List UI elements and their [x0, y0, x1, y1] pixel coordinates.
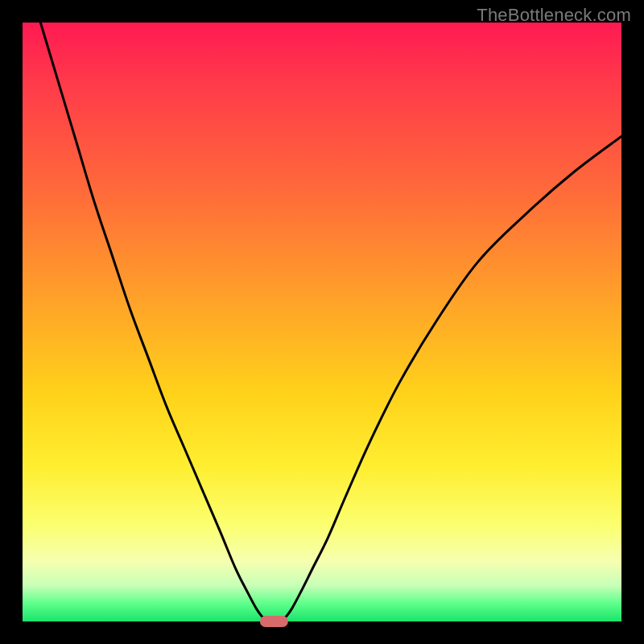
optimal-marker [260, 616, 287, 627]
curve-left-branch [40, 23, 266, 621]
outer-frame: TheBottleneck.com [0, 0, 644, 644]
bottleneck-curve [23, 23, 621, 621]
plot-area [23, 23, 621, 621]
curve-right-branch [281, 136, 621, 621]
